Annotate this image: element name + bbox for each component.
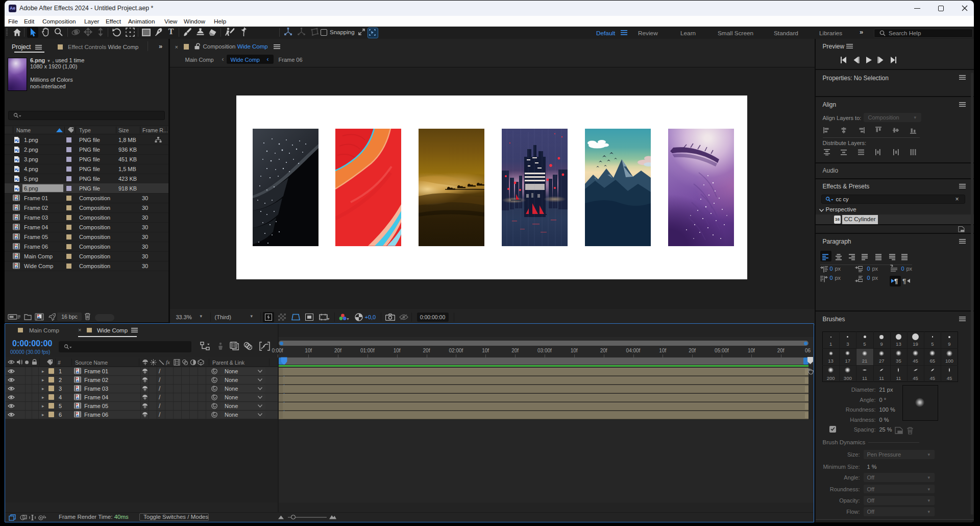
svg-text:¶: ¶ (902, 277, 906, 284)
svg-text:¶: ¶ (894, 277, 898, 284)
